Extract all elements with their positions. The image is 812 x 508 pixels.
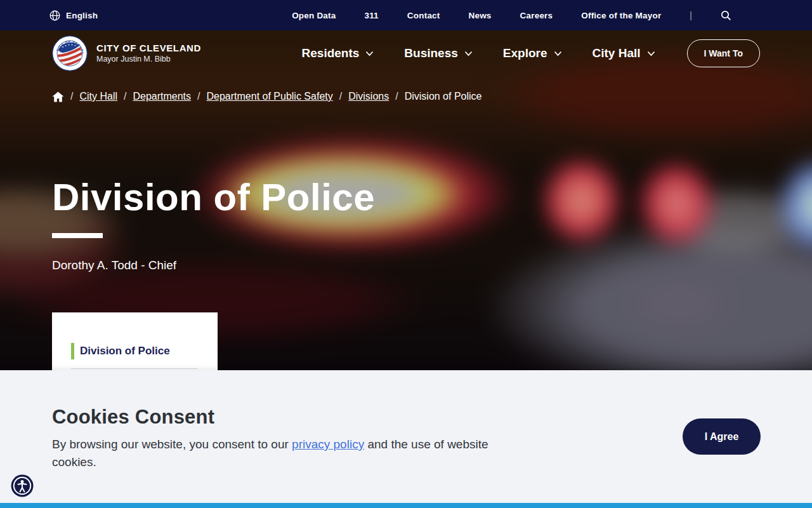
i-agree-button[interactable]: I Agree <box>683 418 761 455</box>
utility-link-news[interactable]: News <box>469 11 492 20</box>
home-icon[interactable] <box>52 91 64 102</box>
nav-item-city-hall[interactable]: City Hall <box>593 46 655 60</box>
utility-link-contact[interactable]: Contact <box>407 11 440 20</box>
globe-icon <box>49 10 60 21</box>
breadcrumb-divisions[interactable]: Divisions <box>348 91 389 102</box>
breadcrumb-separator: / <box>395 91 398 102</box>
breadcrumb-current-page: Division of Police <box>405 91 482 102</box>
footer-accent-bar <box>0 503 812 508</box>
search-button[interactable] <box>721 10 731 21</box>
breadcrumb-separator: / <box>197 91 200 102</box>
utility-links: Open Data 311 Contact News Careers Offic… <box>292 10 731 21</box>
city-of-cleveland-seal: CITY OF CLEVELAND <box>52 36 88 71</box>
utility-bar: English Open Data 311 Contact News Caree… <box>0 0 812 30</box>
utility-divider: | <box>690 10 692 20</box>
brand-subtitle: Mayor Justin M. Bibb <box>96 55 201 65</box>
utility-link-office-of-the-mayor[interactable]: Office of the Mayor <box>581 11 661 20</box>
breadcrumb-separator: / <box>339 91 342 102</box>
search-icon <box>721 10 731 21</box>
cookie-consent-text: By browsing our website, you consent to … <box>52 436 525 471</box>
brand-title: CITY OF CLEVELAND <box>96 43 201 55</box>
active-indicator-bar <box>71 343 74 359</box>
i-want-to-button[interactable]: I Want To <box>687 39 760 67</box>
brand-home-link[interactable]: CITY OF CLEVELAND CITY OF CLEVELAND Mayo… <box>52 36 201 71</box>
chevron-down-icon <box>464 51 473 57</box>
language-label[interactable]: English <box>66 11 98 20</box>
page-title: Division of Police <box>52 175 375 219</box>
breadcrumb: / City Hall / Departments / Department o… <box>52 91 481 102</box>
accessibility-widget-button[interactable] <box>11 474 34 497</box>
chief-name-subtitle: Dorothy A. Todd - Chief <box>52 258 375 272</box>
section-nav-item-division-of-police[interactable]: Division of Police <box>71 343 218 359</box>
cookie-consent-title: Cookies Consent <box>52 406 214 429</box>
language-selector[interactable]: English <box>49 10 98 21</box>
hero-content: Division of Police Dorothy A. Todd - Chi… <box>52 175 375 272</box>
nav-item-explore[interactable]: Explore <box>503 46 562 60</box>
chevron-down-icon <box>647 51 655 57</box>
nav-item-residents[interactable]: Residents <box>302 46 374 60</box>
nav-item-business[interactable]: Business <box>404 46 472 60</box>
utility-link-open-data[interactable]: Open Data <box>292 11 336 20</box>
breadcrumb-department-of-public-safety[interactable]: Department of Public Safety <box>207 91 333 102</box>
cookie-text-before-link: By browsing our website, you consent to … <box>52 438 292 451</box>
section-nav-divider <box>71 368 198 369</box>
title-underline-rule <box>52 233 103 238</box>
chevron-down-icon <box>554 51 562 57</box>
cookie-consent-banner: Cookies Consent By browsing our website,… <box>0 370 812 503</box>
breadcrumb-separator: / <box>124 91 126 102</box>
breadcrumb-departments[interactable]: Departments <box>133 91 191 102</box>
utility-link-311[interactable]: 311 <box>364 11 378 20</box>
accessibility-icon <box>11 474 34 497</box>
privacy-policy-link[interactable]: privacy policy <box>292 438 364 451</box>
breadcrumb-separator: / <box>70 91 73 102</box>
chevron-down-icon <box>365 51 374 57</box>
breadcrumb-city-hall[interactable]: City Hall <box>79 91 117 102</box>
site-header: CITY OF CLEVELAND CITY OF CLEVELAND Mayo… <box>0 30 812 76</box>
brand-text: CITY OF CLEVELAND Mayor Justin M. Bibb <box>96 43 201 64</box>
utility-link-careers[interactable]: Careers <box>520 11 553 20</box>
main-navigation: Residents Business Explore City Hall I W… <box>302 39 760 67</box>
